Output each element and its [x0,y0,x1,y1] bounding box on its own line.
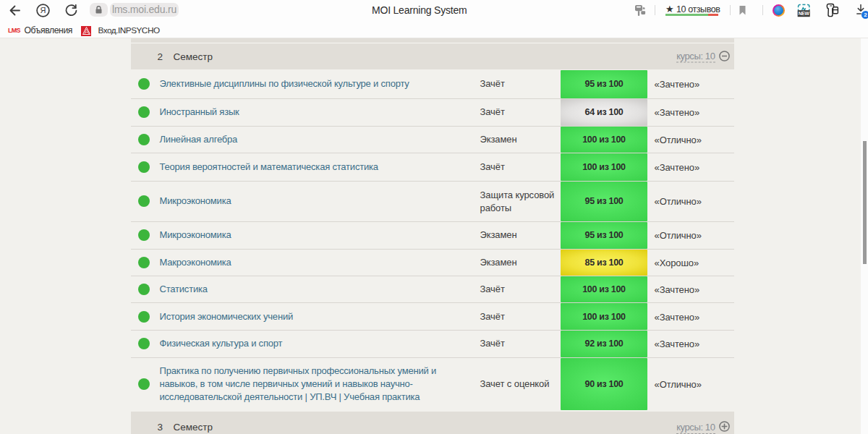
svg-text:Я: Я [41,6,46,14]
svg-text:NEW: NEW [798,11,809,16]
